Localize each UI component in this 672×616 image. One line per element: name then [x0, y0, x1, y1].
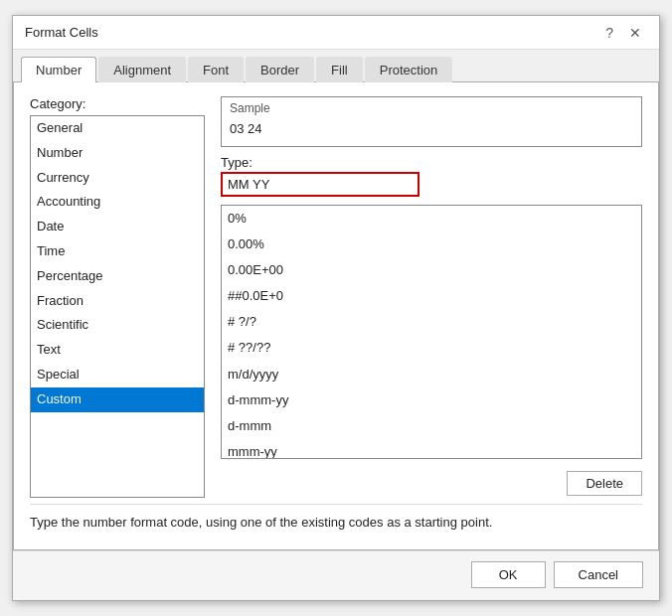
- list-item[interactable]: Special: [31, 363, 204, 387]
- tab-protection[interactable]: Protection: [365, 57, 453, 82]
- delete-button[interactable]: Delete: [567, 471, 642, 496]
- category-list[interactable]: General Number Currency Accounting Date …: [30, 115, 205, 498]
- format-item[interactable]: ##0.0E+0: [222, 283, 641, 309]
- list-item[interactable]: Time: [31, 239, 204, 264]
- right-panel: Sample 03 24 Type: 0% 0.00% 0.00E+00 ##0…: [221, 96, 642, 498]
- main-area: Category: General Number Currency Accoun…: [30, 96, 642, 498]
- tab-alignment[interactable]: Alignment: [98, 57, 186, 82]
- type-section: Type:: [221, 155, 642, 197]
- list-item[interactable]: Scientific: [31, 313, 204, 338]
- list-item[interactable]: Fraction: [31, 289, 204, 314]
- format-item[interactable]: 0.00%: [222, 231, 641, 257]
- format-item[interactable]: # ?/?: [222, 309, 641, 335]
- tab-fill[interactable]: Fill: [316, 57, 363, 82]
- help-button[interactable]: ?: [599, 24, 619, 42]
- list-item[interactable]: General: [31, 116, 204, 141]
- sample-value: 03 24: [230, 119, 633, 138]
- tab-font[interactable]: Font: [188, 57, 244, 82]
- type-input-wrapper: [221, 172, 420, 197]
- list-item[interactable]: Number: [31, 141, 204, 166]
- list-item[interactable]: Accounting: [31, 190, 204, 215]
- list-item-custom[interactable]: Custom: [31, 387, 204, 412]
- format-item[interactable]: m/d/yyyy: [222, 362, 641, 387]
- ok-button[interactable]: OK: [471, 561, 546, 588]
- format-item[interactable]: # ??/??: [222, 335, 641, 361]
- format-list[interactable]: 0% 0.00% 0.00E+00 ##0.0E+0 # ?/? # ??/??…: [221, 205, 642, 459]
- format-item[interactable]: d-mmm: [222, 413, 641, 439]
- footer: OK Cancel: [13, 550, 659, 600]
- list-item[interactable]: Date: [31, 215, 204, 239]
- list-item[interactable]: Text: [31, 338, 204, 363]
- format-item[interactable]: 0%: [222, 206, 641, 231]
- info-text: Type the number format code, using one o…: [30, 504, 642, 536]
- cancel-button[interactable]: Cancel: [554, 561, 643, 588]
- format-item[interactable]: 0.00E+00: [222, 257, 641, 283]
- sample-label: Sample: [230, 101, 633, 115]
- category-section: Category: General Number Currency Accoun…: [30, 96, 205, 498]
- title-bar-controls: ? ✕: [599, 24, 647, 42]
- title-bar: Format Cells ? ✕: [13, 16, 659, 50]
- dialog-title: Format Cells: [25, 25, 98, 40]
- tab-bar: Number Alignment Font Border Fill Protec…: [13, 50, 659, 82]
- tab-border[interactable]: Border: [246, 57, 314, 82]
- buttons-row: Delete: [221, 471, 642, 496]
- close-button[interactable]: ✕: [623, 24, 647, 42]
- type-input[interactable]: [223, 174, 418, 195]
- sample-box: Sample 03 24: [221, 96, 642, 147]
- format-item[interactable]: mmm-yy: [222, 439, 641, 459]
- format-item[interactable]: d-mmm-yy: [222, 387, 641, 413]
- format-cells-dialog: Format Cells ? ✕ Number Alignment Font B…: [12, 15, 660, 601]
- category-label: Category:: [30, 96, 205, 111]
- list-item[interactable]: Percentage: [31, 264, 204, 289]
- tab-content: Category: General Number Currency Accoun…: [13, 82, 659, 550]
- type-label: Type:: [221, 155, 642, 170]
- list-item[interactable]: Currency: [31, 166, 204, 191]
- tab-number[interactable]: Number: [21, 57, 96, 82]
